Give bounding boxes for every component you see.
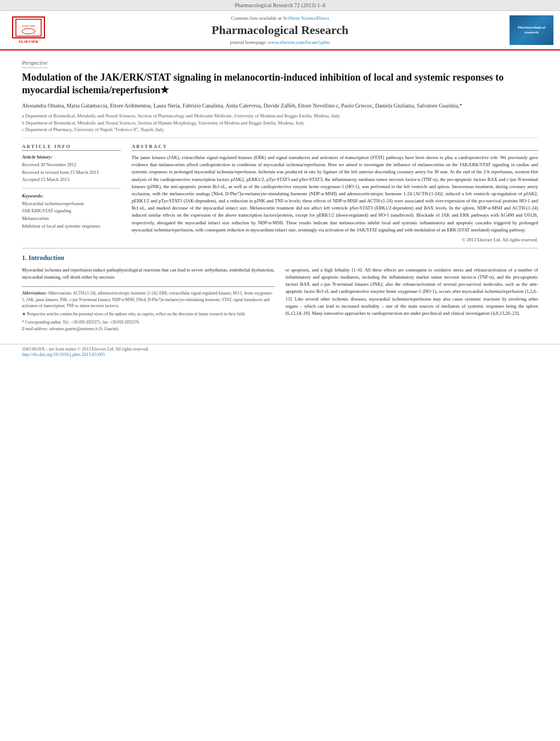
revised-date: Received in revised form 15 March 2013 [22, 169, 121, 177]
svg-point-2 [22, 29, 35, 34]
page: Pharmacological Research 72 (2013) 1–8 E… [0, 0, 560, 741]
keywords-section: Keywords: Myocardial ischemia/reperfusio… [22, 193, 121, 230]
accepted-date: Accepted 15 March 2013 [22, 176, 121, 184]
journal-title: Pharmacological Research [56, 23, 504, 37]
journal-reference-bar: Pharmacological Research 72 (2013) 1–8 [0, 0, 560, 11]
sciverse-text: Contents lists available at SciVerse Sci… [56, 15, 504, 21]
keywords-title: Keywords: [22, 193, 121, 199]
authors: Alessandra Ottania, Maria Galantuccia, E… [22, 101, 538, 110]
footer-issn: 1043-6618/$ – see front matter © 2013 El… [22, 347, 538, 352]
page-footer: 1043-6618/$ – see front matter © 2013 El… [0, 344, 560, 359]
affiliation-b: b Department of Biomedical, Metabolic an… [22, 120, 538, 127]
abbreviations-note: Abbreviations: Abbreviations: ACTH-(1-24… [22, 290, 275, 309]
history-title: Article history: [22, 154, 121, 160]
affiliations: a Department of Biomedical, Metabolic an… [22, 112, 538, 138]
elsevier-logo: ELSEVIER ELSEVIER [7, 15, 50, 45]
intro-right-text: or apoptosis, and a high lethality [1–6]… [286, 267, 539, 317]
left-column: Article info Article history: Received 3… [22, 144, 121, 242]
affiliation-a: a Department of Biomedical, Metabolic an… [22, 112, 538, 120]
journal-header: ELSEVIER ELSEVIER Contents lists availab… [0, 11, 560, 50]
intro-left-col: Myocardial ischemia and reperfusion indu… [22, 267, 275, 332]
perspective-note: ★ Perspective articles contain the perso… [22, 311, 275, 317]
keyword-4: Inhibition of local and systemic respons… [22, 223, 121, 230]
intro-right-col: or apoptosis, and a high lethality [1–6]… [286, 267, 539, 332]
affiliation-c: c Department of Pharmacy, University of … [22, 126, 538, 133]
intro-body: Myocardial ischemia and reperfusion indu… [22, 267, 538, 332]
corresponding-note: * Corresponding author. Tel.: +39 059 20… [22, 319, 275, 325]
section-divider [22, 248, 538, 248]
keyword-3: Melanocortins [22, 215, 121, 223]
two-column-section: Article info Article history: Received 3… [22, 144, 538, 242]
copyright-line: © 2013 Elsevier Ltd. All rights reserved… [132, 237, 538, 242]
section-label: Perspective [22, 60, 48, 68]
logo-text: Pharmacological research [512, 25, 551, 35]
article-title: Modulation of the JAK/ERK/STAT signaling… [22, 71, 538, 97]
intro-heading: 1. Introduction [22, 254, 538, 262]
abstract-text: The janus kinases (JAK), extracellular s… [132, 154, 538, 234]
content-area: Perspective Modulation of the JAK/ERK/ST… [0, 50, 560, 338]
journal-center: Contents lists available at SciVerse Sci… [56, 15, 504, 45]
sciverse-link[interactable]: SciVerse ScienceDirect [283, 15, 329, 21]
journal-url[interactable]: www.elsevier.com/locate/yphrs [268, 39, 330, 45]
intro-left-text: Myocardial ischemia and reperfusion indu… [22, 267, 275, 281]
journal-ref-text: Pharmacological Research 72 (2013) 1–8 [235, 2, 326, 8]
svg-text:ELSEVIER: ELSEVIER [22, 25, 35, 27]
right-column: Abstract The janus kinases (JAK), extrac… [132, 144, 538, 242]
footer-doi[interactable]: http://dx.doi.org/10.1016/j.phrs.2013.03… [22, 352, 105, 357]
email-note: E-mail address: salvatore.guarini@unimor… [22, 326, 275, 332]
article-info-section-label: Article info [22, 144, 121, 151]
introduction-section: 1. Introduction Myocardial ischemia and … [22, 254, 538, 332]
abstract-section-label: Abstract [132, 144, 538, 151]
keyword-2: JAK/ERK/STAT signaling [22, 207, 121, 215]
received-date: Received 30 November 2012 [22, 161, 121, 169]
keyword-1: Myocardial ischemia/reperfusion [22, 200, 121, 208]
journal-homepage: journal homepage: www.elsevier.com/locat… [56, 39, 504, 45]
article-history: Article history: Received 30 November 20… [22, 154, 121, 184]
journal-logo-box: Pharmacological research [510, 15, 553, 45]
footnote-area: Abbreviations: Abbreviations: ACTH-(1-24… [22, 286, 275, 332]
elsevier-text: ELSEVIER [12, 39, 45, 44]
divider [22, 188, 121, 189]
svg-rect-0 [16, 19, 41, 36]
